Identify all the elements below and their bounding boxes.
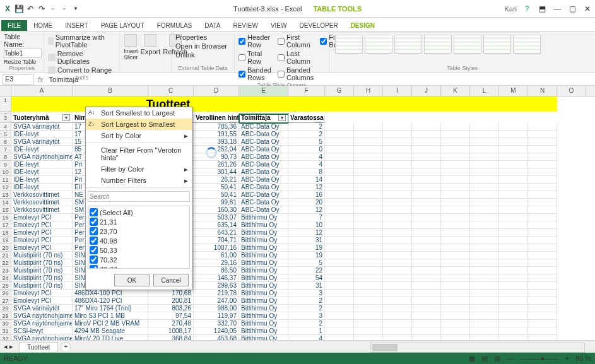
cell[interactable]: Bittihirmu Oy [239,327,288,335]
sort-asc-button[interactable]: A↓Sort Smallest to Largest [86,107,192,119]
cell[interactable]: 54 [288,274,325,282]
cell[interactable]: 10 [288,221,325,229]
qat-icon-2[interactable]: ▫ [59,4,69,14]
cell[interactable]: 86,50 [194,267,239,274]
header-row-checkbox[interactable]: Header Row [239,33,271,49]
table-row[interactable]: 9IDE-levytPri261,26ABC-Data Oy4 [0,161,557,168]
cell[interactable]: 50,41 [194,191,239,199]
col-varastossa-header[interactable]: Varastossa▼ [288,114,325,123]
cell[interactable]: IDE-levyt [11,161,73,168]
cell[interactable]: Bittihirmu Oy [239,252,288,259]
maximize-icon[interactable]: ▢ [567,4,577,14]
sort-desc-button[interactable]: Z↓Sort Largest to Smallest [86,119,192,130]
qat-icon-1[interactable]: ▫ [48,4,58,14]
cell[interactable]: 988,00 [194,305,239,312]
table-row[interactable]: 22Muistipiirit (70 ns)SIN29,16Bittihirmu… [0,259,557,267]
cell[interactable]: Bittihirmu Oy [239,297,288,305]
cell[interactable]: ABC-Data Oy [239,206,288,214]
col-header-b[interactable]: B [73,86,148,96]
filter-item-select-all[interactable]: (Select All) [90,208,188,217]
col-header-l[interactable]: L [470,86,499,96]
tab-review[interactable]: REVIEW [227,20,264,31]
cell[interactable]: 3 [288,290,325,297]
tab-design[interactable]: DESIGN [345,20,381,31]
cell[interactable]: 1008,17 [148,327,194,335]
cell[interactable]: 160,30 [194,206,239,214]
cell[interactable]: Bittihirmu Oy [239,312,288,320]
filter-item[interactable]: 21,31 [90,217,188,226]
table-style-option[interactable] [394,35,422,54]
cell[interactable]: IDE-levyt [11,176,73,184]
cell[interactable]: 803,26 [148,305,194,312]
table-row[interactable]: 11IDE-levytPri26,21ABC-Data Oy14 [0,176,557,184]
table-style-option[interactable] [424,35,452,54]
cell[interactable]: 20 [288,199,325,206]
total-row-checkbox[interactable]: Total Row [239,49,271,66]
table-row[interactable]: 23Muistipiirit (70 ns)SIN86,50Bittihirmu… [0,267,557,274]
convert-range-button[interactable]: Convert to Range [48,66,115,74]
qat-more-icon[interactable]: ▼ [71,4,81,14]
cell[interactable]: 22 [288,267,325,274]
table-row[interactable]: 29SVGA näytönohjaimetMiro S3 PCI 1 MB97,… [0,312,557,320]
zoom-out-button[interactable]: — [507,355,514,362]
sheet-tab-tuotteet[interactable]: Tuotteet [19,342,58,352]
cell[interactable]: 7 [288,214,325,221]
cell[interactable]: SVGA näytönohjaimet [11,320,73,327]
col-header-e[interactable]: E [239,86,288,96]
undo-icon[interactable]: ↶ [25,4,35,14]
cell[interactable]: Verkkosovittimet [11,199,73,206]
cell[interactable]: Bittihirmu Oy [239,274,288,282]
cell[interactable]: Bittihirmu Oy [239,237,288,244]
table-row[interactable]: 18Emolevyt PCIPer643,21Bittihirmu Oy12 [0,229,557,237]
cell[interactable]: 19 [288,244,325,252]
table-name-input[interactable] [4,49,42,58]
horizontal-scrollbar[interactable] [370,343,585,353]
table-row[interactable]: 7IDE-levyt85252,04ABC-Data Oy0 [0,146,557,153]
cell[interactable]: 635,14 [194,221,239,229]
cell[interactable]: 486DX4-120 PCI [73,297,148,305]
cell[interactable]: Emolevyt PCI [11,237,73,244]
cell[interactable]: MiroV PCI 2 MB VRAM [73,320,148,327]
help-icon[interactable]: ? [522,4,532,14]
table-style-option[interactable] [454,35,481,54]
tab-file[interactable]: FILE [1,20,27,31]
col-verollinen-header[interactable]: Verollinen hinta▼ [194,114,239,123]
zoom-in-button[interactable]: + [565,355,568,362]
banded-columns-checkbox[interactable]: Banded Columns [278,66,314,82]
view-layout-icon[interactable]: ▤ [481,355,488,363]
cell[interactable]: Emolevyt PCI [11,229,73,237]
cell[interactable]: SCSI-levyt [11,327,73,335]
cell[interactable]: 5 [288,138,325,146]
cell[interactable]: 119,97 [194,312,239,320]
table-style-option[interactable] [513,35,541,54]
name-box[interactable]: E3 [3,74,34,85]
table-row[interactable]: 16Emolevyt PCIPer503,07Bittihirmu Oy7 [0,214,557,221]
col-header-i[interactable]: I [383,86,412,96]
col-header-g[interactable]: G [325,86,354,96]
filter-item[interactable]: 70,32 [90,255,188,264]
cell[interactable]: IDE-levyt [11,184,73,191]
cell[interactable]: SVGA näytönohjaimet [11,153,73,161]
cell[interactable]: Bittihirmu Oy [239,259,288,267]
cell[interactable]: ABC-Data Oy [239,199,288,206]
filter-item[interactable]: 73,77 [90,264,188,269]
cell[interactable]: Emolevyt PCI [11,221,73,229]
table-row[interactable]: 10IDE-levyt12301,44ABC-Data Oy8 [0,168,557,176]
cell[interactable]: 1240,05 [194,327,239,335]
cell[interactable]: 29,16 [194,259,239,267]
cell[interactable]: ABC-Data Oy [239,176,288,184]
cell[interactable]: Muistipiirit (70 ns) [11,267,73,274]
view-break-icon[interactable]: ▥ [494,355,500,363]
table-style-option[interactable] [335,35,363,54]
scrollbar-thumb[interactable] [372,344,398,351]
filter-dropdown-icon[interactable]: ▼ [278,114,286,121]
col-tuoteryhma-header[interactable]: Tuoteryhmä▼ [11,114,73,123]
col-header-h[interactable]: H [354,86,383,96]
sort-color-button[interactable]: Sort by Color▸ [86,130,192,141]
cell[interactable]: Emolevyt PCI [11,297,73,305]
cell[interactable]: 16 [288,191,325,199]
last-column-checkbox[interactable]: Last Column [278,49,314,66]
view-normal-icon[interactable]: ▦ [469,355,475,363]
table-row[interactable]: 25Muistipiirit (70 ns)SIN299,63Bittihirm… [0,282,557,290]
cell[interactable]: 12 [288,206,325,214]
